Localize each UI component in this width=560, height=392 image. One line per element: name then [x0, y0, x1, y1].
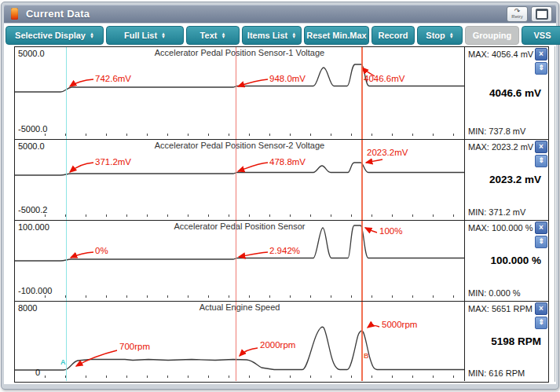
retry-label: Retry [511, 14, 522, 19]
close-icon: × [539, 304, 544, 313]
toolbar-button-items-list[interactable]: Items List ▲▼ [242, 26, 302, 45]
cursor-red-line[interactable] [236, 47, 236, 139]
close-button[interactable]: × [535, 302, 547, 315]
waveform [15, 47, 464, 139]
cursor-b-line[interactable] [361, 140, 363, 220]
app-window: Current Data ↷ Retry Selective Display ▲… [1, 2, 559, 390]
toolbar-button-text[interactable]: Text ▲▼ [186, 26, 240, 45]
close-button[interactable]: × [535, 222, 547, 234]
value-readout-panel: MAX: 100.000 % 100.000 % MIN: 0.000 % × … [465, 221, 548, 301]
current-value: 5198 RPM [491, 335, 541, 346]
cursor-a-label: A [60, 358, 66, 366]
graph-stack: 5000.0 Accelerator Pedal Position Sensor… [14, 46, 549, 383]
restore-window-button[interactable] [531, 6, 552, 22]
cursor-a-line[interactable] [66, 140, 67, 220]
min-readout: MIN: 737.8 mV [468, 126, 525, 136]
cursor-a-line[interactable] [66, 221, 67, 301]
up-down-arrow-icon: ⇕ [538, 237, 544, 245]
window-box-icon [536, 9, 548, 20]
cursor-b-line[interactable] [361, 302, 363, 381]
scale-min-label: -5000.2 [18, 205, 47, 214]
toolbar-button-record[interactable]: Record [372, 26, 415, 45]
plot-area[interactable]: 5000.0 Accelerator Pedal Position Sensor… [15, 47, 465, 139]
max-readout: MAX: 5651 RPM [468, 304, 533, 313]
value-readout-panel: MAX: 2023.2 mV 2023.2 mV MIN: 371.2 mV ×… [465, 140, 548, 220]
close-button[interactable]: × [535, 48, 547, 60]
plot-area[interactable]: 8000 Actual Engine Speed 700rpm 2000rpm … [15, 302, 465, 381]
cursor-b-label: B [364, 352, 369, 360]
plot-area[interactable]: 5000.0 Accelerator Pedal Position Sensor… [15, 140, 465, 220]
annotation-value: 2023.2mV [367, 148, 408, 157]
cursor-red-line[interactable] [236, 302, 236, 381]
retry-icon: ↷ [514, 9, 521, 14]
content-area: Selective Display ▲▼ Full List ▲▼ Text ▲… [4, 24, 556, 384]
cursor-b-line[interactable] [361, 221, 363, 301]
up-down-arrow-icon: ⇕ [538, 156, 544, 164]
current-value: 100.000 % [490, 255, 541, 266]
scale-min-label: -5000.0 [18, 124, 47, 134]
expand-button[interactable]: ⇕ [535, 62, 547, 75]
tick-axis [45, 295, 461, 298]
cursor-b-line[interactable] [361, 47, 363, 139]
graph-panel-engine-speed: 8000 Actual Engine Speed 700rpm 2000rpm … [15, 302, 548, 381]
panel-title: Actual Engine Speed [15, 302, 464, 312]
toolbar-button-grouping[interactable]: Grouping [465, 26, 519, 45]
min-readout: MIN: 371.2 mV [468, 207, 525, 217]
window-title: Current Data [26, 8, 90, 20]
waveform [15, 302, 464, 381]
toolbar-button-reset-minmax[interactable]: Reset Min.Max [304, 26, 369, 45]
tick-axis [45, 214, 461, 217]
min-readout: MIN: 0.000 % [468, 288, 521, 298]
annotation-value: 100% [379, 226, 402, 236]
toolbar-button-vss[interactable]: VSS [522, 26, 560, 45]
max-readout: MAX: 100.000 % [468, 223, 533, 233]
annotation-value: 2000rpm [260, 340, 295, 350]
annotation-value: 478.8mV [269, 157, 306, 167]
current-value: 4046.6 mV [489, 86, 541, 98]
close-icon: × [539, 49, 544, 58]
expand-button[interactable]: ⇕ [535, 155, 547, 167]
annotation-value: 2.942% [269, 246, 300, 255]
cursor-red-line[interactable] [236, 140, 236, 220]
toolbar-button-selective-display[interactable]: Selective Display ▲▼ [5, 26, 104, 45]
value-readout-panel: MAX: 4056.4 mV 4046.6 mV MIN: 737.8 mV ×… [465, 47, 548, 139]
close-icon: × [539, 223, 544, 232]
toolbar: Selective Display ▲▼ Full List ▲▼ Text ▲… [5, 26, 560, 43]
cursor-red-line[interactable] [236, 221, 236, 301]
scale-min-label: -100.000 [18, 286, 52, 295]
annotation-value: 4046.6mV [364, 74, 404, 83]
annotation-value: 5000rpm [382, 320, 417, 329]
up-down-arrow-icon: ⇕ [538, 64, 544, 71]
spinner-icon: ▲▼ [291, 32, 296, 39]
max-readout: MAX: 4056.4 mV [468, 49, 533, 59]
tick-axis [45, 376, 461, 378]
graph-panel-aps1-voltage: 5000.0 Accelerator Pedal Position Sensor… [15, 47, 548, 140]
close-icon: × [539, 142, 544, 151]
tick-axis [45, 134, 461, 136]
annotation-value: 948.0mV [269, 74, 306, 83]
spinner-icon: ▲▼ [449, 32, 454, 39]
retry-button[interactable]: ↷ Retry [507, 6, 528, 22]
close-button[interactable]: × [535, 141, 547, 153]
cursor-a-line[interactable] [66, 47, 67, 139]
cursor-a-line[interactable] [66, 302, 67, 381]
expand-button[interactable]: ⇕ [535, 317, 547, 329]
annotation-value: 371.2mV [95, 157, 131, 167]
title-bar: Current Data ↷ Retry [4, 5, 556, 23]
titlebar-buttons: ↷ Retry [507, 6, 552, 22]
up-down-arrow-icon: ⇕ [538, 318, 544, 326]
min-readout: MIN: 616 RPM [468, 368, 525, 378]
toolbar-button-stop[interactable]: Stop ▲▼ [417, 26, 463, 45]
toolbar-button-full-list[interactable]: Full List ▲▼ [106, 26, 184, 45]
annotation-value: 700rpm [119, 342, 150, 351]
panel-title: Accelerator Pedal Position Sensor-1 Volt… [15, 48, 464, 57]
graph-panel-aps-percent: 100.000 Accelerator Pedal Position Senso… [15, 221, 548, 302]
current-value: 2023.2 mV [489, 174, 541, 185]
spinner-icon: ▲▼ [90, 32, 94, 39]
max-readout: MAX: 2023.2 mV [468, 142, 533, 152]
expand-button[interactable]: ⇕ [535, 236, 547, 248]
annotation-value: 0% [95, 246, 108, 255]
plot-area[interactable]: 100.000 Accelerator Pedal Position Senso… [15, 221, 465, 301]
app-icon [11, 8, 18, 20]
annotation-value: 742.6mV [95, 74, 131, 83]
